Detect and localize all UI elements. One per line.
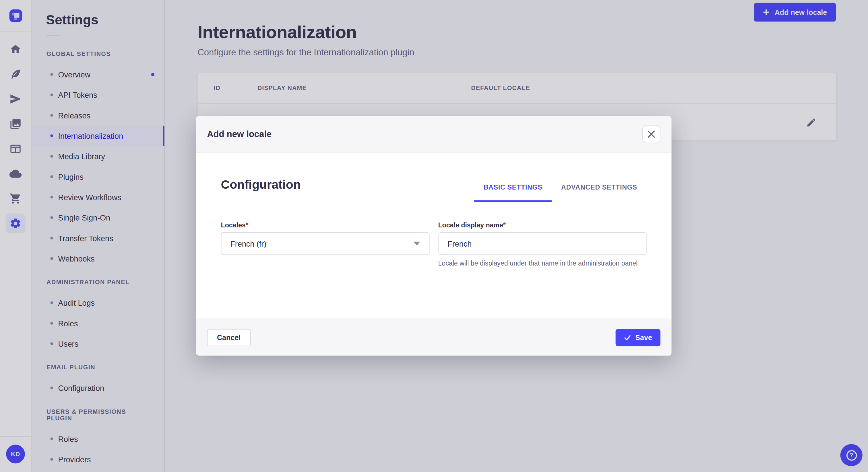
save-button[interactable]: Save [615, 329, 660, 346]
screen: KD Settings GLOBAL SETTINGS Overview API… [0, 0, 868, 472]
settings-tabs: BASIC SETTINGS ADVANCED SETTINGS [474, 183, 647, 201]
close-icon [648, 131, 655, 138]
locales-field-group: Locales* French (fr) [221, 221, 429, 268]
display-name-hint: Locale will be displayed under that name… [438, 259, 646, 268]
locales-label: Locales* [221, 221, 429, 229]
display-name-field-group: Locale display name* Locale will be disp… [438, 221, 646, 268]
check-icon [624, 334, 631, 341]
tab-basic-settings[interactable]: BASIC SETTINGS [474, 183, 552, 201]
locale-display-name-input[interactable] [438, 232, 646, 255]
required-marker: * [503, 221, 506, 229]
modal-header: Add new locale [196, 116, 672, 153]
modal-body: Configuration BASIC SETTINGS ADVANCED SE… [196, 153, 672, 318]
tab-advanced-settings[interactable]: ADVANCED SETTINGS [552, 183, 646, 201]
modal-footer: Cancel Save [196, 318, 672, 356]
add-locale-modal: Add new locale Configuration BASIC SETTI… [196, 116, 672, 356]
locale-form: Locales* French (fr) Locale display name… [221, 221, 646, 268]
locale-display-name-label: Locale display name* [438, 221, 646, 229]
chevron-down-icon [413, 242, 420, 246]
modal-title: Add new locale [207, 129, 272, 139]
close-button[interactable] [642, 125, 660, 143]
strapi-admin: KD Settings GLOBAL SETTINGS Overview API… [0, 0, 868, 472]
locales-select[interactable]: French (fr) [221, 232, 429, 255]
configuration-title: Configuration [221, 177, 301, 201]
required-marker: * [246, 221, 248, 229]
cancel-button[interactable]: Cancel [207, 329, 251, 346]
configuration-header: Configuration BASIC SETTINGS ADVANCED SE… [221, 177, 646, 201]
